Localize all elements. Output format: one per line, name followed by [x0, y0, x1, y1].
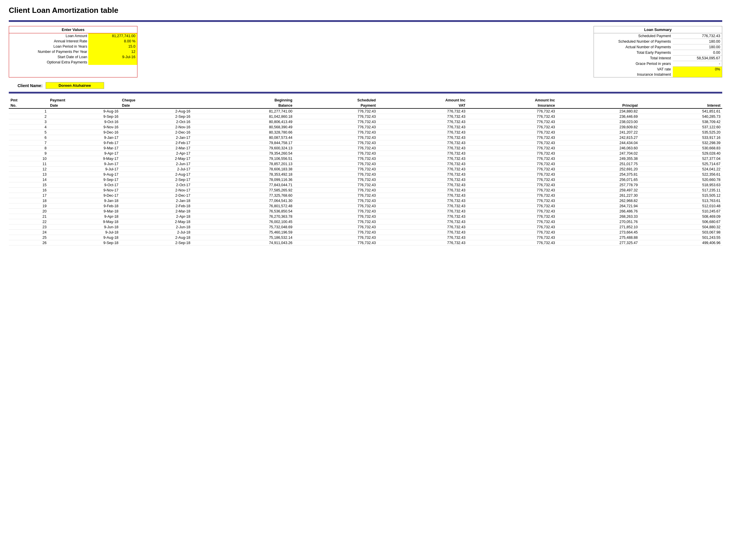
table-row: 209-Mar-182-Mar-1876,536,850.54776,732.4…	[9, 209, 722, 214]
col-amt-vat-h1: Amount Inc	[378, 98, 467, 103]
loan-summary-table: Scheduled Payment776,732.43Scheduled Num…	[594, 33, 722, 77]
table-row: 39-Oct-162-Oct-1680,806,413.49776,732.43…	[9, 119, 722, 125]
client-name-label: Client Name:	[18, 83, 43, 88]
table-row: 99-Apr-172-Apr-1779,354,260.54776,732.43…	[9, 151, 722, 156]
loan-summary-field-label: VAT rate	[594, 67, 673, 72]
col-interest-h1	[640, 98, 722, 103]
table-row: 159-Oct-172-Oct-1777,843,044.71776,732.4…	[9, 182, 722, 188]
enter-values-field-label: Loan Amount	[9, 33, 88, 39]
enter-values-field-value[interactable]: 81,277,741.00	[88, 33, 137, 39]
table-row: 89-Mar-172-Mar-1779,600,324.13776,732.43…	[9, 146, 722, 151]
loan-summary-field-value: 58,534,095.67	[673, 56, 722, 61]
amortization-table: Pmt Payment Cheque Beginning Scheduled A…	[9, 98, 722, 246]
col-chq-date-h2: Date	[120, 103, 192, 108]
loan-summary-row: Actual Number of Payments180.00	[594, 44, 722, 50]
page-title: Client Loan Amortization table	[9, 6, 722, 15]
table-row: 169-Nov-172-Nov-1777,585,265.92776,732.4…	[9, 188, 722, 193]
loan-summary-field-label: Scheduled Number of Payments	[594, 39, 673, 44]
loan-summary-field-value[interactable]: 0%	[673, 67, 722, 72]
loan-summary-row: Grace Period in years-	[594, 61, 722, 67]
loan-summary-field-label: Grace Period in years	[594, 61, 673, 67]
loan-summary-field-label: Actual Number of Payments	[594, 44, 673, 50]
col-amt-ins-h2: Insurance	[467, 103, 557, 108]
loan-summary-field-label: Total Interest	[594, 56, 673, 61]
loan-summary-field-label: Total Early Payments	[594, 50, 673, 56]
enter-values-field-value[interactable]: 9-Jul-16	[88, 54, 137, 60]
col-sched-pay-h1: Scheduled	[294, 98, 378, 103]
table-row: 109-May-172-May-1779,106,556.51776,732.4…	[9, 156, 722, 161]
loan-summary-field-value: 0.00	[673, 50, 722, 56]
col-sched-pay-h2: Payment	[294, 103, 378, 108]
enter-values-field-label: Start Date of Loan	[9, 54, 88, 60]
enter-values-table: Loan Amount81,277,741.00Annual Interest …	[9, 33, 137, 65]
table-row: 129-Jul-172-Jul-1778,606,183.38776,732.4…	[9, 167, 722, 172]
enter-values-box: Enter Values Loan Amount81,277,741.00Ann…	[9, 26, 137, 77]
table-row: 59-Dec-162-Dec-1680,328,780.66776,732.43…	[9, 130, 722, 135]
table-row: 69-Jan-172-Jan-1780,087,573.44776,732.43…	[9, 135, 722, 140]
table-row: 179-Dec-172-Dec-1777,325,768.60776,732.4…	[9, 193, 722, 198]
table-row: 149-Sep-172-Sep-1778,099,116.36776,732.4…	[9, 177, 722, 182]
loan-summary-field-value: -	[673, 61, 722, 67]
loan-summary-field-label: Insurance Instalment	[594, 72, 673, 77]
loan-summary-field-value: 180.00	[673, 44, 722, 50]
enter-values-row: Start Date of Loan9-Jul-16	[9, 54, 137, 60]
loan-summary-box: Loan Summary Scheduled Payment776,732.43…	[594, 26, 722, 77]
col-pay-date-h1: Payment	[48, 98, 120, 103]
col-amt-ins-h1: Amount Inc	[467, 98, 557, 103]
loan-summary-row: Total Early Payments0.00	[594, 50, 722, 56]
loan-summary-row: Scheduled Payment776,732.43	[594, 33, 722, 39]
enter-values-field-value[interactable]: 12	[88, 49, 137, 54]
table-row: 119-Jun-172-Jun-1778,857,201.13776,732.4…	[9, 161, 722, 167]
table-row: 269-Sep-182-Sep-1874,911,043.26776,732.4…	[9, 240, 722, 246]
top-divider	[9, 20, 722, 22]
table-row: 189-Jan-182-Jan-1877,064,541.30776,732.4…	[9, 198, 722, 203]
table-row: 229-May-182-May-1876,002,100.45776,732.4…	[9, 219, 722, 224]
loan-summary-field-value: 776,732.43	[673, 33, 722, 39]
enter-values-field-value[interactable]: 15.0	[88, 44, 137, 49]
enter-values-field-label: Number of Payments Per Year	[9, 49, 88, 54]
col-beg-bal-h2: Balance	[192, 103, 294, 108]
table-row: 259-Aug-182-Aug-1875,186,532.14776,732.4…	[9, 235, 722, 240]
table-row: 29-Sep-162-Sep-1681,042,860.18776,732.43…	[9, 114, 722, 119]
col-chq-date-h1: Cheque	[120, 98, 192, 103]
input-section: Enter Values Loan Amount81,277,741.00Ann…	[9, 26, 722, 77]
enter-values-row: Annual Interest Rate8.00 %	[9, 39, 137, 44]
table-row: 19-Aug-162-Aug-1681,277,741.00776,732.43…	[9, 108, 722, 114]
table-row: 249-Jul-182-Jul-1875,460,196.59776,732.4…	[9, 230, 722, 235]
enter-values-field-label: Annual Interest Rate	[9, 39, 88, 44]
col-interest-h2: Interest	[640, 103, 722, 108]
col-amt-vat-h2: VAT	[378, 103, 467, 108]
client-name-value: Doreen Atuhairwe	[46, 82, 104, 89]
table-row: 239-Jun-182-Jun-1875,732,048.69776,732.4…	[9, 224, 722, 230]
enter-values-row: Optional Extra Payments	[9, 60, 137, 65]
table-row: 219-Apr-182-Apr-1876,270,363.78776,732.4…	[9, 214, 722, 219]
table-row: 79-Feb-172-Feb-1779,844,758.17776,732.43…	[9, 140, 722, 146]
table-header-row-2: No. Date Date Balance Payment VAT Insura…	[9, 103, 722, 108]
loan-summary-row: Total Interest58,534,095.67	[594, 56, 722, 61]
loan-summary-row: Scheduled Number of Payments180.00	[594, 39, 722, 44]
loan-summary-row: Insurance Instalment	[594, 72, 722, 77]
enter-values-field-value[interactable]	[88, 60, 137, 65]
enter-values-row: Loan Amount81,277,741.00	[9, 33, 137, 39]
loan-summary-field-value: 180.00	[673, 39, 722, 44]
loan-summary-field-value[interactable]	[673, 72, 722, 77]
col-beg-bal-h1: Beginning	[192, 98, 294, 103]
enter-values-row: Loan Period in Years15.0	[9, 44, 137, 49]
table-row: 199-Feb-182-Feb-1876,801,572.48776,732.4…	[9, 203, 722, 209]
client-name-row: Client Name: Doreen Atuhairwe	[9, 82, 722, 89]
bottom-divider	[9, 92, 722, 94]
enter-values-field-value[interactable]: 8.00 %	[88, 39, 137, 44]
enter-values-title: Enter Values	[9, 26, 137, 33]
loan-summary-title: Loan Summary	[594, 26, 722, 33]
table-row: 139-Aug-172-Aug-1778,353,492.18776,732.4…	[9, 172, 722, 177]
col-pay-date-h2: Date	[48, 103, 120, 108]
enter-values-field-label: Loan Period in Years	[9, 44, 88, 49]
col-pmt-no-h2: No.	[9, 103, 48, 108]
enter-values-row: Number of Payments Per Year12	[9, 49, 137, 54]
table-row: 49-Nov-162-Nov-1680,568,390.49776,732.43…	[9, 125, 722, 130]
enter-values-field-label: Optional Extra Payments	[9, 60, 88, 65]
table-header-row-1: Pmt Payment Cheque Beginning Scheduled A…	[9, 98, 722, 103]
loan-summary-row: VAT rate0%	[594, 67, 722, 72]
loan-summary-field-label: Scheduled Payment	[594, 33, 673, 39]
col-pmt-no-h1: Pmt	[9, 98, 48, 103]
